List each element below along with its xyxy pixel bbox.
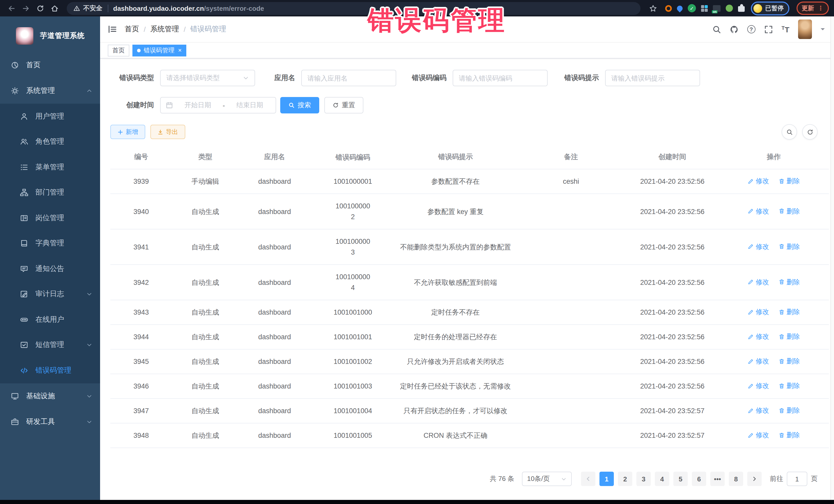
export-button[interactable]: 导出 <box>150 125 185 139</box>
delete-link[interactable]: 删除 <box>778 277 800 287</box>
extension-orange-icon[interactable] <box>665 5 672 12</box>
next-page-button[interactable] <box>747 472 762 486</box>
page-scrollbar[interactable] <box>830 17 834 500</box>
logo-avatar <box>16 27 34 45</box>
breadcrumb-system[interactable]: 系统管理 <box>150 25 179 34</box>
browser-menu-icon[interactable]: ⋮ <box>817 5 824 11</box>
delete-link[interactable]: 删除 <box>778 406 800 415</box>
sidebar-collapse-icon[interactable] <box>108 25 117 34</box>
edit-link[interactable]: 修改 <box>748 332 769 342</box>
delete-link[interactable]: 删除 <box>778 176 800 186</box>
bookmark-star-icon[interactable] <box>647 2 659 14</box>
breadcrumb-home[interactable]: 首页 <box>125 25 139 34</box>
delete-icon <box>778 208 785 214</box>
edit-link[interactable]: 修改 <box>748 206 769 216</box>
sidebar-item-dev-tools[interactable]: 研发工具 <box>0 409 100 435</box>
sidebar: 芋道管理系统 首页系统管理用户管理角色管理菜单管理部门管理岗位管理字典管理通知公… <box>0 17 100 504</box>
extension-key-icon[interactable] <box>726 5 733 12</box>
page-ellipsis-button[interactable]: ••• <box>710 472 725 486</box>
sidebar-item-system-management[interactable]: 系统管理 <box>0 78 100 104</box>
page-size-select[interactable]: 10条/页 <box>522 472 572 486</box>
error-code-input[interactable] <box>453 70 548 86</box>
table-body: 3939手动编辑dashboard1001000001参数配置不存在ceshi2… <box>110 169 829 448</box>
app-name-input[interactable] <box>301 70 396 86</box>
cell-actions: 修改删除 <box>719 350 829 374</box>
page-button-3[interactable]: 3 <box>636 472 651 486</box>
goto-page-input[interactable] <box>787 472 807 486</box>
page-button-2[interactable]: 2 <box>618 472 632 486</box>
address-bar[interactable]: 不安全 dashboard.yudao.iocoder.cn /system/e… <box>67 2 640 15</box>
sidebar-item-error-code-management[interactable]: 错误码管理 <box>0 358 100 383</box>
extensions-puzzle-icon[interactable] <box>738 6 745 12</box>
sidebar-item-dict-management[interactable]: 字典管理 <box>0 231 100 256</box>
table-row: 3940自动生成dashboard100100000 2参数配置 key 重复2… <box>110 194 829 229</box>
edit-link[interactable]: 修改 <box>748 176 769 186</box>
back-icon[interactable] <box>5 2 18 14</box>
table-row: 3948自动生成dashboard1001001005CRON 表达式不正确20… <box>110 423 829 448</box>
app-logo[interactable]: 芋道管理系统 <box>0 17 100 52</box>
delete-link[interactable]: 删除 <box>778 356 800 366</box>
show-search-button[interactable] <box>782 124 797 139</box>
sidebar-item-post-management[interactable]: 岗位管理 <box>0 205 100 231</box>
page-button-5[interactable]: 5 <box>673 472 688 486</box>
page-button-4[interactable]: 4 <box>655 472 669 486</box>
delete-link[interactable]: 删除 <box>778 332 800 342</box>
error-hint-input[interactable] <box>605 70 700 86</box>
search-icon[interactable] <box>712 25 721 34</box>
sidebar-item-infrastructure[interactable]: 基础设施 <box>0 383 100 409</box>
cell-code: 100100000 2 <box>310 194 395 229</box>
add-button[interactable]: 新增 <box>110 125 145 139</box>
browser-update-button[interactable]: 更新 ⋮ <box>796 2 829 15</box>
sidebar-item-audit-log[interactable]: 审计日志 <box>0 282 100 307</box>
tab-close-icon[interactable]: × <box>178 47 182 53</box>
user-avatar[interactable] <box>798 20 812 39</box>
extension-green-check-icon[interactable]: ✓ <box>688 4 696 12</box>
github-icon[interactable] <box>729 25 738 34</box>
cell-remark <box>516 379 626 393</box>
edit-link[interactable]: 修改 <box>748 277 769 287</box>
edit-link[interactable]: 修改 <box>748 430 769 440</box>
extension-pin-icon[interactable] <box>676 4 684 12</box>
prev-page-button[interactable] <box>581 472 595 486</box>
reload-icon[interactable] <box>34 2 46 14</box>
sidebar-item-role-management[interactable]: 角色管理 <box>0 129 100 154</box>
page-button-1[interactable]: 1 <box>599 472 614 486</box>
edit-link[interactable]: 修改 <box>748 307 769 317</box>
sidebar-item-menu-management[interactable]: 菜单管理 <box>0 154 100 180</box>
search-button[interactable]: 搜索 <box>280 97 319 113</box>
avatar-caret-icon[interactable] <box>821 28 825 32</box>
font-size-icon[interactable]: TT <box>782 25 789 33</box>
tab-error-code[interactable]: 错误码管理 × <box>132 44 186 56</box>
date-range-picker[interactable]: 开始日期 - 结束日期 <box>160 97 276 113</box>
delete-link[interactable]: 删除 <box>778 206 800 216</box>
delete-link[interactable]: 删除 <box>778 430 800 440</box>
tab-home[interactable]: 首页 <box>108 44 129 56</box>
sidebar-item-sms-management[interactable]: 短信管理 <box>0 332 100 358</box>
edit-link[interactable]: 修改 <box>748 242 769 251</box>
sidebar-item-home[interactable]: 首页 <box>0 52 100 78</box>
delete-link[interactable]: 删除 <box>778 307 800 317</box>
error-type-select[interactable]: 请选择错误码类型 <box>160 70 255 86</box>
sidebar-item-dept-management[interactable]: 部门管理 <box>0 180 100 205</box>
page-button-8[interactable]: 8 <box>729 472 743 486</box>
edit-icon <box>748 243 754 250</box>
edit-link[interactable]: 修改 <box>748 406 769 415</box>
extension-grid-icon[interactable] <box>701 5 708 12</box>
sidebar-item-online-users[interactable]: 在线用户 <box>0 307 100 332</box>
forward-icon[interactable] <box>20 2 32 14</box>
reset-button[interactable]: 重置 <box>324 97 364 113</box>
delete-link[interactable]: 删除 <box>778 381 800 391</box>
fullscreen-icon[interactable] <box>764 25 773 34</box>
home-icon[interactable] <box>48 2 61 14</box>
delete-link[interactable]: 删除 <box>778 242 800 251</box>
sidebar-item-user-management[interactable]: 用户管理 <box>0 104 100 129</box>
sidebar-item-notice-announcement[interactable]: 通知公告 <box>0 256 100 282</box>
edit-link[interactable]: 修改 <box>748 381 769 391</box>
help-icon[interactable] <box>747 25 755 34</box>
page-button-6[interactable]: 6 <box>692 472 706 486</box>
extension-list-icon[interactable]: on <box>713 5 721 12</box>
insecure-warning[interactable]: 不安全 <box>73 4 103 13</box>
browser-profile-chip[interactable]: 已暂停 <box>751 1 789 15</box>
edit-link[interactable]: 修改 <box>748 356 769 366</box>
refresh-table-button[interactable] <box>802 124 817 139</box>
